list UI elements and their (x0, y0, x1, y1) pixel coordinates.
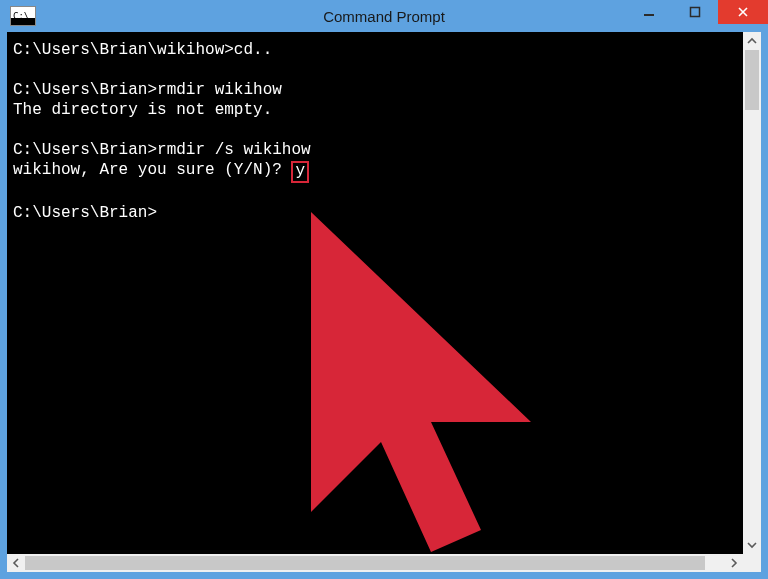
command-text: rmdir /s wikihow (157, 141, 311, 159)
command-text: rmdir wikihow (157, 81, 282, 99)
command-text: cd.. (234, 41, 272, 59)
scrollbar-corner (743, 554, 761, 572)
maximize-button[interactable] (672, 0, 718, 24)
minimize-button[interactable] (626, 0, 672, 24)
minimize-icon (643, 6, 655, 18)
prompt-text: C:\Users\Brian> (13, 204, 157, 222)
chevron-left-icon (11, 558, 21, 568)
scroll-right-button[interactable] (725, 554, 743, 572)
scroll-left-button[interactable] (7, 554, 25, 572)
horizontal-scroll-track[interactable] (25, 554, 725, 572)
chevron-up-icon (747, 36, 757, 46)
chevron-down-icon (747, 540, 757, 550)
close-icon (737, 6, 749, 18)
console-output[interactable]: C:\Users\Brian\wikihow>cd.. C:\Users\Bri… (7, 32, 743, 554)
scroll-down-button[interactable] (743, 536, 761, 554)
client-area: C:\Users\Brian\wikihow>cd.. C:\Users\Bri… (7, 32, 761, 572)
titlebar[interactable]: C:\ Command Prompt (0, 0, 768, 32)
vertical-scroll-track[interactable] (743, 50, 761, 536)
cmd-icon-label: C:\ (13, 11, 29, 21)
window-buttons (626, 0, 768, 24)
prompt-text: C:\Users\Brian\wikihow> (13, 41, 234, 59)
cmd-icon[interactable]: C:\ (10, 6, 36, 26)
highlighted-input: y (291, 161, 309, 183)
maximize-icon (689, 6, 701, 18)
vertical-scrollbar[interactable] (743, 32, 761, 554)
chevron-right-icon (729, 558, 739, 568)
output-text: wikihow, Are you sure (Y/N)? (13, 161, 291, 179)
prompt-text: C:\Users\Brian> (13, 81, 157, 99)
horizontal-scroll-thumb[interactable] (25, 556, 705, 570)
prompt-text: C:\Users\Brian> (13, 141, 157, 159)
scroll-up-button[interactable] (743, 32, 761, 50)
svg-rect-1 (691, 8, 700, 17)
vertical-scroll-thumb[interactable] (745, 50, 759, 110)
output-text: The directory is not empty. (13, 101, 272, 119)
close-button[interactable] (718, 0, 768, 24)
command-prompt-window: C:\ Command Prompt C:\Users\Brian\wikiho… (0, 0, 768, 579)
horizontal-scrollbar[interactable] (7, 554, 743, 572)
svg-rect-0 (644, 14, 654, 16)
